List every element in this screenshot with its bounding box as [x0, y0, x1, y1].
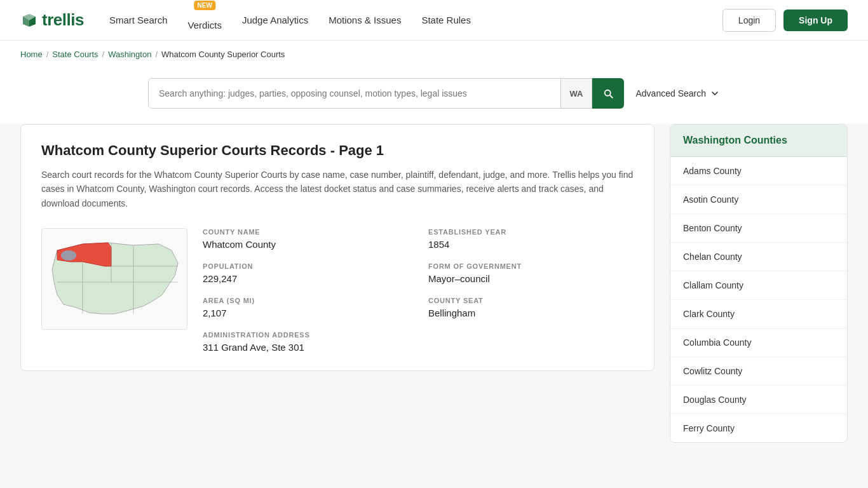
county-map [41, 228, 187, 330]
nav-smart-search[interactable]: Smart Search [109, 15, 168, 25]
nav-state-rules[interactable]: State Rules [421, 15, 471, 25]
area-label: AREA (SQ MI) [203, 297, 408, 304]
breadcrumb-washington[interactable]: Washington [108, 50, 151, 59]
sidebar-item-columbia[interactable]: Columbia County [670, 329, 847, 357]
detail-area: AREA (SQ MI) 2,107 [203, 297, 408, 318]
nav-motions-issues[interactable]: Motions & Issues [329, 15, 401, 25]
established-value: 1854 [428, 239, 634, 250]
admin-address-value: 311 Grand Ave, Ste 301 [203, 342, 634, 353]
advanced-search-label: Advanced Search [635, 88, 706, 98]
breadcrumb-state-courts[interactable]: State Courts [52, 50, 98, 59]
county-info-row: COUNTY NAME Whatcom County ESTABLISHED Y… [41, 228, 634, 353]
nav-verdicts[interactable]: NEW Verdicts [188, 10, 222, 30]
svg-point-7 [61, 250, 76, 261]
signup-button[interactable]: Sign Up [783, 10, 848, 31]
established-label: ESTABLISHED YEAR [428, 228, 634, 236]
header-left: trellis Smart Search NEW Verdicts Judge … [20, 10, 471, 30]
content-area: Whatcom County Superior Courts Records -… [20, 124, 654, 488]
detail-county-seat: COUNTY SEAT Bellingham [428, 297, 634, 318]
county-name-label: COUNTY NAME [203, 228, 408, 236]
sidebar-item-adams[interactable]: Adams County [670, 157, 847, 186]
content-card: Whatcom County Superior Courts Records -… [20, 124, 654, 371]
area-value: 2,107 [203, 308, 408, 318]
sidebar-item-benton[interactable]: Benton County [670, 214, 847, 243]
breadcrumb-sep-2: / [102, 50, 105, 59]
sidebar: Washington Counties Adams County Asotin … [670, 124, 848, 443]
population-label: POPULATION [203, 262, 408, 270]
breadcrumb-home[interactable]: Home [20, 50, 43, 59]
main-nav: Smart Search NEW Verdicts Judge Analytic… [109, 10, 471, 30]
detail-population: POPULATION 229,247 [203, 262, 408, 284]
sidebar-item-clark[interactable]: Clark County [670, 300, 847, 329]
form-of-gov-label: FORM OF GOVERNMENT [428, 262, 634, 270]
page-title: Whatcom County Superior Courts Records -… [41, 142, 634, 159]
form-of-gov-value: Mayor–council [428, 273, 634, 284]
sidebar-item-asotin[interactable]: Asotin County [670, 186, 847, 214]
detail-county-name: COUNTY NAME Whatcom County [203, 228, 408, 250]
sidebar-item-clallam[interactable]: Clallam County [670, 271, 847, 300]
breadcrumb-sep-1: / [46, 50, 49, 59]
sidebar-item-ferry[interactable]: Ferry County [670, 414, 847, 442]
advanced-search-toggle[interactable]: Advanced Search [635, 88, 720, 98]
search-state-badge: WA [560, 79, 592, 108]
detail-established: ESTABLISHED YEAR 1854 [428, 228, 634, 250]
search-section: WA Advanced Search [0, 68, 868, 124]
logo[interactable]: trellis [20, 10, 84, 30]
county-seat-label: COUNTY SEAT [428, 297, 634, 304]
sidebar-item-chelan[interactable]: Chelan County [670, 243, 847, 271]
breadcrumb-current: Whatcom County Superior Courts [161, 50, 285, 59]
search-bar: WA [148, 78, 592, 109]
breadcrumb: Home / State Courts / Washington / Whatc… [0, 41, 868, 68]
county-details: COUNTY NAME Whatcom County ESTABLISHED Y… [203, 228, 634, 353]
detail-admin-address: ADMINISTRATION ADDRESS 311 Grand Ave, St… [203, 331, 634, 353]
search-icon [602, 88, 614, 99]
header-right: Login Sign Up [722, 9, 848, 32]
chevron-down-icon [710, 88, 720, 98]
sidebar-header: Washington Counties [670, 125, 847, 157]
detail-form-of-gov: FORM OF GOVERNMENT Mayor–council [428, 262, 634, 284]
new-badge: NEW [194, 1, 215, 10]
population-value: 229,247 [203, 273, 408, 284]
login-button[interactable]: Login [722, 9, 776, 32]
sidebar-item-douglas[interactable]: Douglas County [670, 386, 847, 414]
logo-text: trellis [42, 10, 84, 30]
main-layout: Whatcom County Superior Courts Records -… [0, 124, 868, 488]
header: trellis Smart Search NEW Verdicts Judge … [0, 0, 868, 41]
county-seat-value: Bellingham [428, 308, 634, 318]
admin-address-label: ADMINISTRATION ADDRESS [203, 331, 634, 339]
breadcrumb-sep-3: / [155, 50, 158, 59]
search-bar-wrapper: WA Advanced Search [148, 78, 720, 109]
search-button[interactable] [592, 78, 624, 109]
sidebar-item-cowlitz[interactable]: Cowlitz County [670, 357, 847, 386]
county-name-value: Whatcom County [203, 239, 408, 250]
nav-judge-analytics[interactable]: Judge Analytics [242, 15, 308, 25]
search-input[interactable] [149, 79, 560, 108]
content-description: Search court records for the Whatcom Cou… [41, 168, 634, 210]
